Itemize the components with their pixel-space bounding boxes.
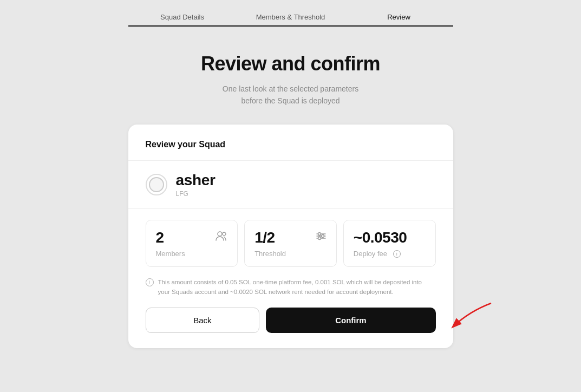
back-button[interactable]: Back	[146, 308, 260, 333]
step-squad-details: Squad Details	[128, 13, 237, 27]
stat-members-value: 2	[156, 229, 164, 246]
step-review: Review	[345, 13, 453, 27]
squad-name: asher	[176, 172, 216, 189]
page-title: Review and confirm	[201, 53, 380, 75]
divider-2	[128, 208, 453, 209]
buttons-row: Back Confirm	[146, 308, 436, 333]
stat-threshold-label: Threshold	[254, 250, 327, 258]
stat-members-top: 2	[156, 229, 228, 246]
step-line-3	[345, 25, 453, 27]
stat-fee-value: ~0.0530	[354, 229, 407, 246]
stat-threshold: 1/2 Threshold	[244, 220, 337, 267]
step-members-threshold: Members & Threshold	[237, 13, 345, 27]
stat-fee-label: Deploy fee i	[354, 250, 426, 258]
threshold-icon	[316, 231, 327, 244]
stat-deploy-fee: ~0.0530 Deploy fee i	[343, 220, 436, 267]
review-card: Review your Squad asher LFG 2	[128, 125, 453, 348]
svg-point-7	[318, 237, 321, 239]
step-label-1: Squad Details	[160, 13, 204, 25]
card-title: Review your Squad	[146, 140, 436, 149]
svg-point-5	[318, 232, 321, 235]
stepper: Squad Details Members & Threshold Review	[128, 13, 453, 27]
main-content: Review and confirm One last look at the …	[0, 53, 581, 348]
deploy-fee-info-icon: i	[393, 250, 401, 258]
step-label-2: Members & Threshold	[256, 13, 325, 25]
stats-row: 2 Members	[146, 220, 436, 267]
step-label-3: Review	[387, 13, 410, 25]
svg-point-6	[321, 234, 324, 237]
card-wrapper: Review your Squad asher LFG 2	[128, 107, 453, 348]
subtitle-line2: before the Squad is deployed	[241, 96, 340, 105]
squad-identity: asher LFG	[146, 172, 436, 208]
svg-point-1	[223, 232, 226, 236]
avatar	[146, 174, 167, 195]
stat-threshold-top: 1/2	[254, 229, 327, 246]
squad-tag: LFG	[176, 190, 216, 198]
info-note: i This amount consists of 0.05 SOL one-t…	[146, 278, 436, 297]
divider-1	[128, 160, 453, 161]
svg-point-0	[218, 232, 222, 236]
avatar-inner	[149, 177, 164, 192]
stat-threshold-value: 1/2	[254, 229, 275, 246]
stat-members-label: Members	[156, 250, 228, 258]
squad-name-block: asher LFG	[176, 172, 216, 198]
stat-fee-top: ~0.0530	[354, 229, 426, 246]
step-line-1	[128, 25, 237, 27]
step-line-2	[237, 25, 345, 27]
confirm-button[interactable]: Confirm	[266, 308, 435, 333]
info-circle-icon: i	[146, 278, 154, 286]
page-subtitle: One last look at the selected parameters…	[223, 83, 358, 107]
info-note-text: This amount consists of 0.05 SOL one-tim…	[158, 278, 436, 297]
stat-members: 2 Members	[146, 220, 238, 267]
subtitle-line1: One last look at the selected parameters	[223, 84, 358, 93]
members-icon	[216, 231, 227, 244]
